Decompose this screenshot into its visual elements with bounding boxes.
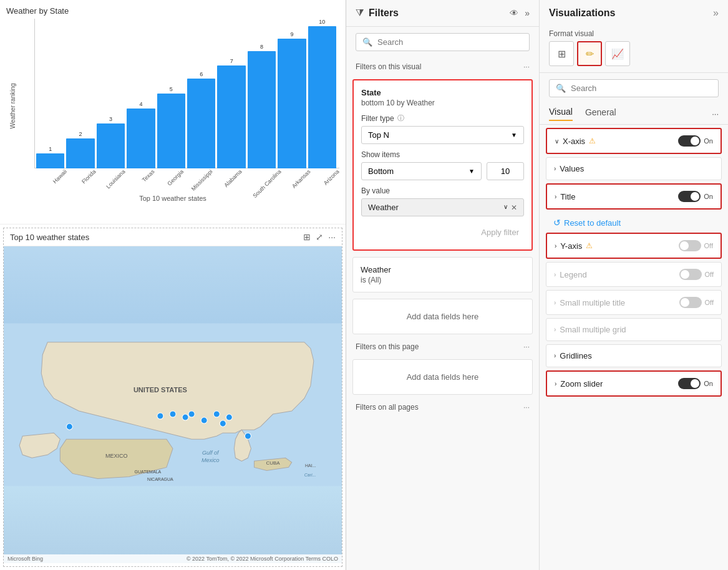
chevron-down-icon-2: ▼	[468, 168, 475, 175]
eye-icon[interactable]: 👁	[510, 8, 518, 18]
clear-icon[interactable]: ✕	[511, 203, 517, 212]
show-items-count-input[interactable]	[487, 162, 524, 180]
legend-toggle[interactable]	[679, 269, 702, 280]
bar-chart-bars: 1 2 3 4 5 6 7 8 9 10	[36, 19, 336, 168]
tab-visual[interactable]: Visual	[549, 107, 573, 121]
svg-point-7	[245, 433, 251, 439]
expand-filters-icon[interactable]: »	[525, 8, 530, 18]
viz-title: Visualizations	[549, 7, 615, 19]
legend-section[interactable]: › Legend Off	[546, 262, 722, 287]
filters-title: Filters	[369, 7, 399, 19]
filters-page-more[interactable]: ···	[523, 342, 530, 351]
filters-title-row: ⧩ Filters	[356, 7, 399, 19]
svg-point-10	[182, 414, 188, 420]
weather-filter-value: is (All)	[361, 276, 525, 284]
map-visual: UNITED STATES Gulf of Mexico MEXICO CUBA…	[4, 246, 342, 563]
svg-text:HAI...: HAI...	[305, 463, 316, 468]
gridlines-section[interactable]: › Gridlines	[546, 344, 722, 367]
bar-2: 2	[66, 131, 94, 168]
filter-type-select[interactable]: Top N ▼	[361, 126, 524, 144]
grid-tool-button[interactable]: ⊞	[549, 41, 574, 66]
svg-text:CUBA: CUBA	[266, 460, 280, 466]
small-multiple-title-section[interactable]: › Small multiple title Off	[546, 290, 722, 315]
bar-6: 6	[187, 71, 215, 168]
add-data-fields-1[interactable]: Add data fields here	[352, 299, 533, 334]
chevron-down-icon-3: ∨	[503, 203, 508, 212]
viz-toolbar: ⊞ ✏ 📈	[540, 38, 728, 73]
filter-type-select-wrapper[interactable]: Top N ▼	[361, 126, 524, 144]
format-tool-icon: ✏	[586, 48, 594, 60]
left-panel: Weather by State Weather ranking 1 2 3 4…	[0, 0, 346, 570]
map-footer: Microsoft Bing © 2022 TomTom, © 2022 Mic…	[4, 554, 342, 563]
y-axis-toggle[interactable]	[679, 240, 701, 251]
viz-search-box[interactable]: 🔍	[549, 79, 719, 97]
viz-tabs: Visual General ···	[540, 104, 728, 125]
weather-filter-title: Weather	[361, 265, 525, 274]
viz-search-input[interactable]	[571, 84, 712, 93]
zoom-slider-toggle[interactable]	[678, 378, 701, 389]
chart-subtitle: Top 10 weather states	[6, 195, 339, 202]
filter-type-label: Filter type ⓘ	[361, 114, 524, 123]
svg-text:Mexico: Mexico	[201, 457, 220, 463]
filters-on-visual-more[interactable]: ···	[523, 62, 530, 71]
y-axis-section[interactable]: › Y-axis ⚠ Off	[546, 233, 722, 259]
more-icon[interactable]: ···	[328, 232, 336, 242]
reset-label: Reset to default	[564, 218, 621, 228]
zoom-slider-section[interactable]: › Zoom slider On	[546, 370, 722, 397]
tab-general[interactable]: General	[585, 107, 616, 120]
small-multiple-title-toggle[interactable]	[679, 297, 702, 308]
small-multiple-grid-section[interactable]: › Small multiple grid	[546, 318, 722, 341]
reset-icon: ↺	[553, 218, 561, 228]
gridlines-chevron: ›	[554, 352, 556, 359]
tab-more[interactable]: ···	[712, 109, 719, 118]
bar-8: 8	[248, 44, 276, 168]
show-items-label: Show items	[361, 150, 524, 159]
state-filter-card: State bottom 10 by Weather Filter type ⓘ…	[352, 79, 533, 251]
values-section[interactable]: › Values	[546, 157, 722, 180]
info-icon: ⓘ	[397, 114, 404, 123]
filters-on-visual-label: Filters on this visual	[356, 62, 421, 71]
filters-search-input[interactable]	[377, 37, 523, 47]
filters-page-label: Filters on this page	[356, 342, 419, 351]
svg-point-11	[226, 414, 232, 420]
x-axis-section[interactable]: ∨ X-axis ⚠ On	[546, 128, 722, 154]
svg-text:GUATEMALA: GUATEMALA	[134, 470, 161, 474]
us-map-svg: UNITED STATES Gulf of Mexico MEXICO CUBA…	[4, 246, 342, 563]
format-tool-button[interactable]: ✏	[577, 41, 602, 66]
bar-9: 9	[278, 31, 306, 168]
svg-point-13	[188, 411, 195, 417]
filters-search-box[interactable]: 🔍	[356, 33, 530, 51]
viz-expand-icon[interactable]: »	[713, 7, 719, 19]
reset-to-default-row[interactable]: ↺ Reset to default	[546, 213, 722, 233]
search-icon: 🔍	[362, 37, 372, 47]
svg-text:Gulf of: Gulf of	[202, 450, 220, 456]
map-toolbar[interactable]: ⊞ ⤢ ···	[303, 232, 336, 242]
expand-icon[interactable]: ⤢	[316, 232, 323, 242]
bar-4: 4	[127, 101, 155, 168]
filters-all-more[interactable]: ···	[523, 403, 530, 412]
grid-tool-icon: ⊞	[558, 48, 566, 60]
apply-filter-button[interactable]: Apply filter	[361, 223, 524, 242]
title-section[interactable]: › Title On	[546, 183, 722, 210]
x-axis-warning-icon: ⚠	[589, 137, 596, 145]
by-value-select[interactable]: Weather ∨ ✕	[361, 198, 524, 216]
svg-point-12	[213, 411, 220, 417]
x-axis-toggle[interactable]	[678, 135, 701, 147]
bar-1: 1	[36, 146, 64, 168]
svg-point-15	[157, 413, 163, 419]
y-axis-title: Y-axis	[560, 241, 582, 251]
svg-text:MEXICO: MEXICO	[105, 453, 128, 459]
bar-5: 5	[157, 86, 185, 168]
analytics-tool-button[interactable]: 📈	[605, 41, 630, 66]
bar-7: 7	[217, 58, 245, 168]
filters-all-header: Filters on all pages ···	[346, 398, 539, 417]
filters-on-visual-header: Filters on this visual ···	[346, 57, 539, 76]
filter-icon[interactable]: ⊞	[303, 232, 311, 242]
x-axis-labels: Hawaii Florida Louisiana Texas Georgia M…	[36, 168, 336, 193]
filters-actions: 👁 »	[510, 8, 530, 18]
format-visual-label: Format visual	[540, 26, 728, 38]
show-items-direction-select[interactable]: Bottom ▼	[361, 162, 482, 180]
legend-title: Legend	[560, 270, 586, 279]
add-data-fields-2[interactable]: Add data fields here	[352, 359, 533, 395]
title-toggle[interactable]	[678, 191, 701, 202]
